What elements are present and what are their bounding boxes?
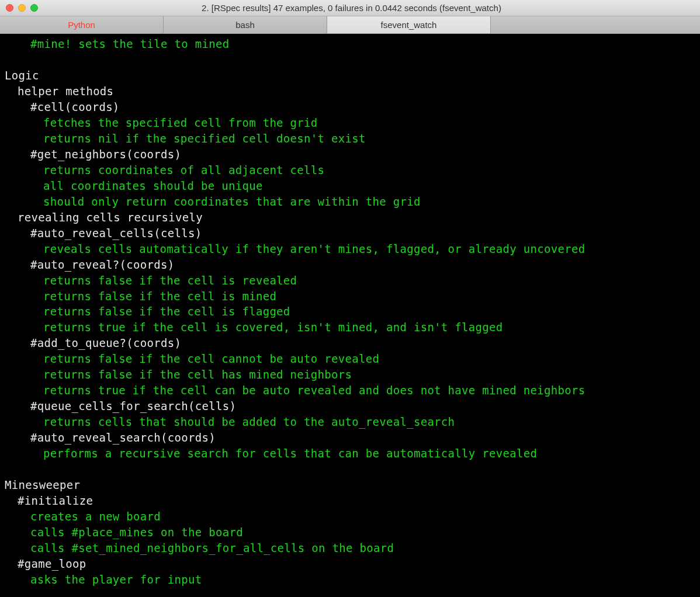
terminal-line: Minesweeper: [5, 477, 695, 493]
terminal-line: [5, 52, 695, 68]
terminal-line: returns false if the cell is revealed: [5, 273, 695, 289]
window-title: 2. [RSpec results] 47 examples, 0 failur…: [9, 3, 694, 13]
tab-bash[interactable]: bash: [164, 16, 327, 33]
terminal-line: [5, 461, 695, 477]
terminal-line: creates a new board: [5, 509, 695, 525]
terminal-line: #auto_reveal_cells(cells): [5, 225, 695, 241]
terminal-output[interactable]: #mine! sets the tile to mined Logichelpe…: [0, 34, 700, 590]
tab-python[interactable]: Python: [0, 16, 164, 33]
terminal-line: revealing cells recursively: [5, 210, 695, 225]
terminal-line: #auto_reveal_search(coords): [5, 430, 695, 446]
terminal-line: returns false if the cell cannot be auto…: [5, 351, 695, 367]
terminal-line: #cell(coords): [5, 99, 695, 115]
terminal-line: #game_loop: [5, 556, 695, 572]
tab-bar: Python bash fsevent_watch: [0, 16, 700, 34]
terminal-line: #get_neighbors(coords): [5, 147, 695, 162]
terminal-line: reveals cells automatically if they aren…: [5, 241, 695, 257]
terminal-line: returns nil if the specified cell doesn'…: [5, 131, 695, 147]
terminal-line: calls #place_mines on the board: [5, 525, 695, 540]
terminal-line: fetches the specified cell from the grid: [5, 115, 695, 131]
terminal-line: returns false if the cell has mined neig…: [5, 367, 695, 383]
terminal-line: helper methods: [5, 84, 695, 99]
terminal-line: #queue_cells_for_search(cells): [5, 398, 695, 414]
terminal-line: returns coordinates of all adjacent cell…: [5, 162, 695, 178]
terminal-line: returns cells that should be added to th…: [5, 414, 695, 430]
terminal-line: should only return coordinates that are …: [5, 194, 695, 210]
tab-bar-empty: [491, 16, 700, 33]
terminal-line: returns true if the cell can be auto rev…: [5, 383, 695, 398]
terminal-line: #mine! sets the tile to mined: [5, 36, 695, 52]
terminal-line: returns true if the cell is covered, isn…: [5, 320, 695, 335]
terminal-line: calls #set_mined_neighbors_for_all_cells…: [5, 540, 695, 556]
terminal-line: #initialize: [5, 493, 695, 509]
terminal-line: all coordinates should be unique: [5, 178, 695, 194]
terminal-line: #add_to_queue?(coords): [5, 335, 695, 351]
window-titlebar: 2. [RSpec results] 47 examples, 0 failur…: [0, 0, 700, 16]
terminal-line: performs a recursive search for cells th…: [5, 446, 695, 461]
terminal-line: #auto_reveal?(coords): [5, 257, 695, 273]
terminal-line: Logic: [5, 68, 695, 84]
tab-fsevent-watch[interactable]: fsevent_watch: [327, 16, 491, 33]
terminal-line: returns false if the cell is mined: [5, 289, 695, 304]
terminal-line: returns false if the cell is flagged: [5, 304, 695, 320]
terminal-line: asks the player for input: [5, 572, 695, 588]
